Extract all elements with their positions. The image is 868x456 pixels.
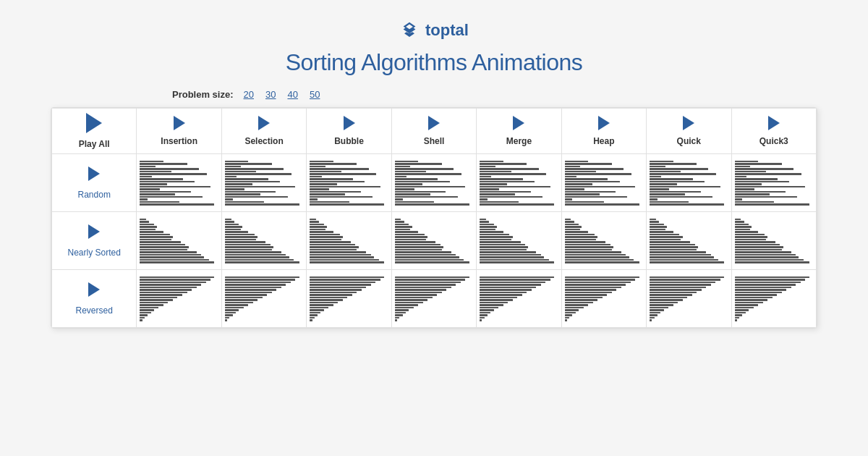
header-bubble[interactable]: Bubble (307, 109, 391, 154)
random-quick-cell[interactable] (647, 154, 731, 212)
reversed-shell-cell[interactable] (391, 270, 476, 328)
reversed-selection-cell[interactable] (221, 270, 306, 328)
nearly-sorted-merge-viz (480, 216, 558, 265)
play-quick-icon[interactable] (683, 116, 694, 130)
random-row: Random (52, 154, 817, 212)
nearly-sorted-insertion-cell[interactable] (137, 212, 221, 270)
play-reversed-icon[interactable] (88, 282, 100, 297)
play-selection-icon[interactable] (258, 116, 270, 130)
problem-size-label: Problem size: (172, 89, 234, 100)
random-merge-viz (480, 159, 558, 207)
header-row: Play All Insertion Selection Bubble Shel… (52, 109, 817, 154)
merge-label: Merge (480, 136, 558, 146)
random-shell-cell[interactable] (391, 154, 476, 212)
header-quick3[interactable]: Quick3 (731, 109, 817, 154)
quick3-label: Quick3 (735, 136, 814, 146)
play-heap-icon[interactable] (598, 116, 610, 130)
header-heap[interactable]: Heap (561, 109, 646, 154)
reversed-insertion-viz (140, 274, 218, 323)
random-merge-cell[interactable] (477, 154, 561, 212)
nearly-sorted-bubble-cell[interactable] (307, 212, 391, 270)
logo-text: toptal (425, 21, 469, 40)
random-quick3-cell[interactable] (731, 154, 817, 212)
size-option-40[interactable]: 40 (286, 89, 299, 100)
nearly-sorted-selection-viz (225, 216, 303, 265)
nearly-sorted-insertion-viz (140, 216, 218, 265)
nearly-sorted-merge-cell[interactable] (477, 212, 561, 270)
reversed-bubble-cell[interactable] (307, 270, 391, 328)
size-option-30[interactable]: 30 (264, 89, 277, 100)
nearly-sorted-label-cell[interactable]: Nearly Sorted (52, 212, 137, 270)
random-insertion-cell[interactable] (137, 154, 221, 212)
reversed-bubble-viz (310, 274, 388, 323)
nearly-sorted-quick3-viz (735, 216, 814, 265)
play-random-icon[interactable] (88, 166, 100, 181)
nearly-sorted-row-label: Nearly Sorted (55, 248, 133, 258)
toptal-logo: toptal (399, 20, 469, 41)
reversed-quick-viz (650, 274, 728, 323)
random-bubble-viz (310, 159, 388, 207)
reversed-merge-viz (480, 274, 558, 323)
reversed-row: Reversed (52, 270, 817, 328)
reversed-row-label: Reversed (55, 305, 133, 316)
play-bubble-icon[interactable] (344, 116, 355, 130)
random-heap-cell[interactable] (561, 154, 646, 212)
play-all-cell[interactable]: Play All (52, 109, 137, 154)
header-insertion[interactable]: Insertion (137, 109, 221, 154)
play-merge-icon[interactable] (513, 116, 524, 130)
random-heap-viz (565, 159, 643, 207)
random-label-cell[interactable]: Random (52, 154, 137, 212)
problem-size-bar: Problem size: 20 30 40 50 (51, 83, 817, 107)
random-bubble-cell[interactable] (307, 154, 391, 212)
header-merge[interactable]: Merge (477, 109, 561, 154)
nearly-sorted-quick-cell[interactable] (647, 212, 731, 270)
play-nearly-sorted-icon[interactable] (88, 224, 100, 239)
selection-label: Selection (225, 136, 303, 146)
random-quick3-viz (735, 159, 814, 207)
reversed-insertion-cell[interactable] (137, 270, 221, 328)
size-option-20[interactable]: 20 (242, 89, 255, 100)
reversed-merge-cell[interactable] (477, 270, 561, 328)
play-all-label: Play All (55, 139, 133, 149)
heap-label: Heap (565, 136, 643, 146)
logo-icon (399, 20, 420, 41)
play-insertion-icon[interactable] (174, 116, 185, 130)
reversed-selection-viz (225, 274, 303, 323)
quick-label: Quick (650, 136, 728, 146)
reversed-heap-viz (565, 274, 643, 323)
header-shell[interactable]: Shell (391, 109, 476, 154)
grid-table: Play All Insertion Selection Bubble Shel… (51, 108, 817, 328)
random-selection-cell[interactable] (221, 154, 306, 212)
random-insertion-viz (140, 159, 218, 207)
reversed-shell-viz (395, 274, 473, 323)
nearly-sorted-heap-cell[interactable] (561, 212, 646, 270)
bubble-label: Bubble (310, 136, 388, 146)
nearly-sorted-row: Nearly Sorted (52, 212, 817, 270)
page-title: Sorting Algorithms Animations (286, 49, 583, 76)
reversed-heap-cell[interactable] (561, 270, 646, 328)
play-all-icon[interactable] (86, 113, 102, 133)
algorithm-grid: Play All Insertion Selection Bubble Shel… (51, 107, 817, 329)
play-quick3-icon[interactable] (768, 116, 780, 130)
header-selection[interactable]: Selection (221, 109, 306, 154)
random-selection-viz (225, 159, 303, 207)
random-quick-viz (650, 159, 728, 207)
reversed-quick3-viz (735, 274, 814, 323)
play-shell-icon[interactable] (428, 116, 440, 130)
nearly-sorted-heap-viz (565, 216, 643, 265)
nearly-sorted-bubble-viz (310, 216, 388, 265)
page-header: toptal Sorting Algorithms Animations (286, 0, 583, 83)
nearly-sorted-shell-viz (395, 216, 473, 265)
size-option-50[interactable]: 50 (308, 89, 321, 100)
nearly-sorted-quick3-cell[interactable] (731, 212, 817, 270)
reversed-label-cell[interactable]: Reversed (52, 270, 137, 328)
nearly-sorted-shell-cell[interactable] (391, 212, 476, 270)
nearly-sorted-selection-cell[interactable] (221, 212, 306, 270)
header-quick[interactable]: Quick (647, 109, 731, 154)
reversed-quick-cell[interactable] (647, 270, 731, 328)
random-row-label: Random (55, 190, 133, 200)
reversed-quick3-cell[interactable] (731, 270, 817, 328)
shell-label: Shell (395, 136, 473, 146)
insertion-label: Insertion (140, 136, 218, 146)
nearly-sorted-quick-viz (650, 216, 728, 265)
